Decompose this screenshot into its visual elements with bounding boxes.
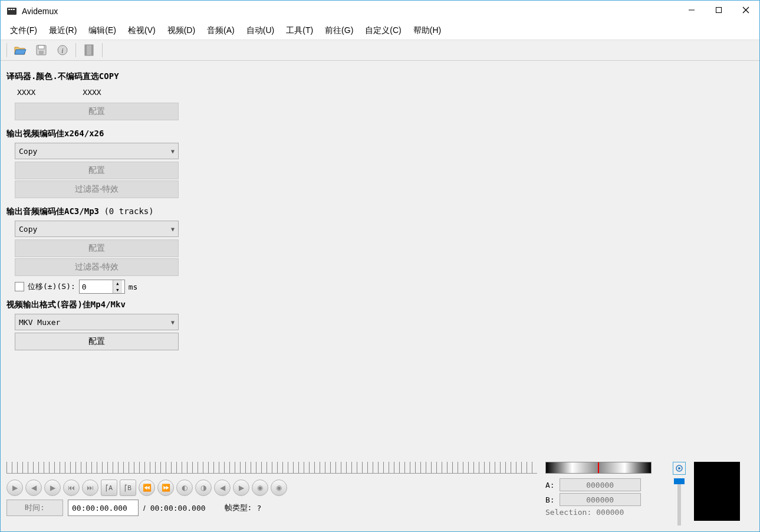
- svg-rect-5: [716, 8, 722, 13]
- muxer-combo[interactable]: MKV Muxer ▼: [15, 314, 179, 330]
- spin-up-icon[interactable]: ▲: [113, 280, 122, 287]
- volume-slider[interactable]: [677, 478, 681, 526]
- decoder-fourcc-2: XXXX: [83, 88, 101, 97]
- audio-configure-button[interactable]: 配置: [15, 239, 179, 257]
- spin-down-icon[interactable]: ▼: [113, 287, 122, 293]
- calculator-button[interactable]: [79, 41, 99, 59]
- prev-cut-button[interactable]: ◐: [176, 480, 193, 496]
- frame-type-label: 帧类型:: [225, 503, 252, 513]
- marker-a-label: A:: [545, 481, 555, 490]
- app-icon: [6, 6, 17, 17]
- titlebar: Avidemux: [1, 1, 759, 22]
- svg-rect-1: [8, 9, 10, 10]
- set-marker-a-button[interactable]: ⎡A: [101, 480, 117, 496]
- minimize-button[interactable]: [678, 1, 705, 19]
- marker-a-value: 000000: [560, 478, 641, 491]
- save-button[interactable]: [31, 41, 51, 59]
- open-button[interactable]: [10, 41, 30, 59]
- selection-label: Selection:: [545, 508, 591, 517]
- menu-edit[interactable]: 编辑(E): [84, 24, 121, 38]
- goto-start-button[interactable]: ⏪: [139, 480, 155, 496]
- loop-button[interactable]: [673, 462, 686, 475]
- svg-rect-14: [85, 45, 87, 55]
- play-button[interactable]: ▶: [6, 480, 23, 496]
- menu-recent[interactable]: 最近(R): [44, 24, 81, 38]
- set-marker-b-button[interactable]: ⎡B: [120, 480, 136, 496]
- menu-tools[interactable]: 工具(T): [281, 24, 318, 38]
- menubar: 文件(F) 最近(R) 编辑(E) 检视(V) 视频(D) 音频(A) 自动(U…: [1, 22, 759, 40]
- decoder-section-title: 译码器.颜色.不编码直选COPY: [6, 71, 759, 82]
- audio-shift-row: 位移(±)(S): ▲ ▼ ms: [15, 280, 759, 294]
- audio-filters-button[interactable]: 过滤器-特效: [15, 258, 179, 276]
- video-configure-button[interactable]: 配置: [15, 162, 179, 179]
- timeline-ruler[interactable]: [6, 462, 537, 474]
- video-codec-value: Copy: [19, 147, 37, 156]
- window-controls: [678, 1, 759, 22]
- muxer-configure-button[interactable]: 配置: [15, 333, 179, 350]
- app-title: Avidemux: [22, 6, 58, 16]
- goto-b-button[interactable]: ▶: [233, 480, 249, 496]
- preview-thumbnail: [694, 462, 740, 521]
- toolbar: i: [1, 40, 759, 61]
- menu-help[interactable]: 帮助(H): [409, 24, 446, 38]
- audio-section-prefix: 输出音频编码佳AC3/Mp3: [6, 206, 104, 216]
- svg-text:i: i: [61, 47, 63, 55]
- film-icon: [84, 44, 94, 56]
- menu-go[interactable]: 前往(G): [320, 24, 358, 38]
- maximize-button[interactable]: [705, 1, 732, 19]
- menu-auto[interactable]: 自动(U): [242, 24, 279, 38]
- app-window: Avidemux 文件(F) 最近(R) 编辑(E) 检视(V) 视频(D) 音…: [0, 0, 760, 532]
- svg-rect-2: [11, 9, 12, 10]
- decoder-fourcc-1: XXXX: [17, 88, 35, 97]
- audio-codec-value: Copy: [19, 225, 37, 234]
- video-filters-button[interactable]: 过滤器-特效: [15, 180, 179, 198]
- svg-rect-10: [39, 51, 44, 54]
- menu-video[interactable]: 视频(D): [163, 24, 200, 38]
- svg-rect-15: [91, 45, 93, 55]
- playback-buttons: ▶ ◀ ▶ ⏮ ⏭ ⎡A ⎡B ⏪ ⏩ ◐ ◑ ◀ ▶ ◉ ◉: [6, 480, 537, 496]
- time-row: 时间: 00:00:00.000 / 00:00:00.000 帧类型: ?: [6, 500, 537, 516]
- menu-view[interactable]: 检视(V): [123, 24, 160, 38]
- close-button[interactable]: [732, 1, 759, 19]
- next-cut-button[interactable]: ◑: [195, 480, 212, 496]
- muxer-value: MKV Muxer: [19, 318, 60, 327]
- audio-codec-combo[interactable]: Copy ▼: [15, 221, 179, 237]
- audio-section-title: 输出音频编码佳AC3/Mp3 (0 tracks): [6, 206, 759, 217]
- selection-value: 000000: [596, 508, 624, 517]
- next-keyframe-button[interactable]: ⏭: [82, 480, 98, 496]
- chevron-down-icon: ▼: [171, 226, 175, 232]
- right-panel: A: 000000 B: 000000 Selection: 000000: [545, 462, 740, 526]
- shift-spinner[interactable]: ▲ ▼: [79, 280, 125, 294]
- menu-audio[interactable]: 音频(A): [202, 24, 239, 38]
- jog-wheel[interactable]: [545, 462, 652, 474]
- shift-label: 位移(±)(S):: [28, 281, 75, 292]
- menu-custom[interactable]: 自定义(C): [360, 24, 406, 38]
- svg-rect-0: [7, 8, 17, 15]
- format-section-title: 视频输出格式(容器)佳Mp4/Mkv: [6, 300, 759, 310]
- floppy-icon: [35, 44, 47, 56]
- time-total: 00:00:00.000: [150, 504, 206, 513]
- shift-unit: ms: [129, 283, 138, 291]
- goto-a-button[interactable]: ◀: [214, 480, 231, 496]
- prev-keyframe-button[interactable]: ⏮: [63, 480, 80, 496]
- folder-open-icon: [14, 44, 27, 57]
- shift-checkbox[interactable]: [15, 282, 24, 291]
- video-codec-combo[interactable]: Copy ▼: [15, 143, 179, 159]
- frame-type-value: ?: [256, 504, 261, 513]
- next-black-button[interactable]: ◉: [271, 480, 287, 496]
- next-frame-button[interactable]: ▶: [44, 480, 61, 496]
- marker-b-value: 000000: [560, 493, 641, 506]
- time-label: 时间:: [6, 500, 63, 516]
- time-current-input[interactable]: 00:00:00.000: [68, 500, 139, 516]
- shift-value-input[interactable]: [80, 283, 113, 291]
- loop-icon: [675, 464, 683, 472]
- svg-rect-3: [13, 9, 15, 10]
- goto-end-button[interactable]: ⏩: [157, 480, 174, 496]
- marker-b-label: B:: [545, 495, 555, 504]
- decoder-configure-button[interactable]: 配置: [15, 103, 179, 120]
- decoder-info-row: XXXX XXXX: [6, 86, 759, 101]
- prev-frame-button[interactable]: ◀: [25, 480, 42, 496]
- menu-file[interactable]: 文件(F): [5, 24, 42, 38]
- prev-black-button[interactable]: ◉: [252, 480, 268, 496]
- info-button[interactable]: i: [52, 41, 73, 59]
